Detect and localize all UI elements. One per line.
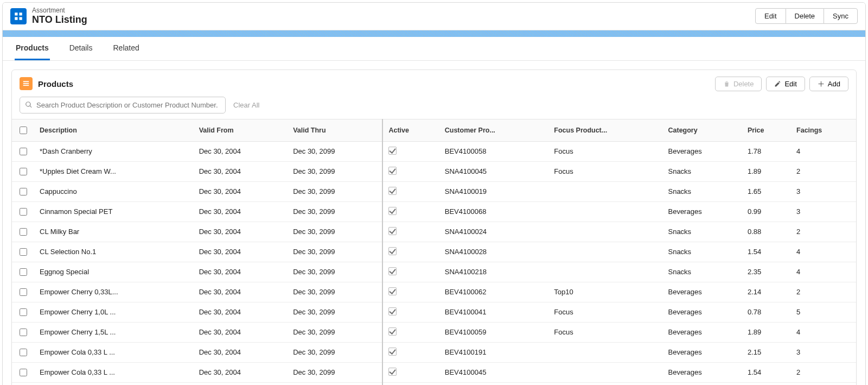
- edit-button[interactable]: Edit: [755, 8, 786, 24]
- cell-active: [382, 242, 439, 262]
- checked-icon: [388, 207, 397, 215]
- cell-customer: SNA4100019: [439, 181, 549, 201]
- tab-products[interactable]: Products: [15, 37, 50, 60]
- row-checkbox[interactable]: [20, 228, 27, 236]
- cell-valid-from: Dec 30, 2004: [194, 382, 288, 385]
- table-row[interactable]: Empower Cherry 0,33L...Dec 30, 2004Dec 3…: [12, 282, 856, 302]
- products-panel: Products Delete Edit Add: [11, 70, 857, 385]
- col-price[interactable]: Price: [742, 119, 791, 141]
- pencil-icon: [774, 80, 781, 87]
- cell-active: [382, 302, 439, 322]
- cell-price: 1.54: [742, 362, 791, 382]
- cell-valid-from: Dec 30, 2004: [194, 282, 288, 302]
- table-row[interactable]: Empower Cola 0,33 L ...Dec 30, 2004Dec 3…: [12, 362, 856, 382]
- col-focus[interactable]: Focus Product...: [548, 119, 662, 141]
- cell-focus: [548, 262, 662, 282]
- cell-valid-from: Dec 30, 2004: [194, 362, 288, 382]
- table-row[interactable]: CL Selection No.1Dec 30, 2004Dec 30, 209…: [12, 242, 856, 262]
- cell-active: [382, 222, 439, 242]
- table-row[interactable]: CL Milky BarDec 30, 2004Dec 30, 2099SNA4…: [12, 222, 856, 242]
- cell-facings: 2: [791, 382, 856, 385]
- row-checkbox[interactable]: [20, 248, 27, 256]
- row-checkbox[interactable]: [20, 308, 27, 316]
- sync-button[interactable]: Sync: [824, 8, 858, 24]
- cell-price: 1.65: [742, 181, 791, 201]
- cell-valid-from: Dec 30, 2004: [194, 322, 288, 342]
- cell-active: [382, 382, 439, 385]
- col-category[interactable]: Category: [662, 119, 742, 141]
- cell-facings: 2: [791, 282, 856, 302]
- cell-description: Cappuccino: [34, 181, 194, 201]
- cell-description: Empower Cherry 1,0L ...: [34, 302, 194, 322]
- cell-facings: 3: [791, 201, 856, 222]
- cell-focus: [548, 181, 662, 201]
- svg-rect-3: [20, 17, 22, 20]
- tab-related[interactable]: Related: [112, 37, 140, 60]
- cell-valid-thru: Dec 30, 2099: [288, 161, 382, 181]
- row-checkbox[interactable]: [20, 168, 27, 175]
- tab-details[interactable]: Details: [68, 37, 94, 60]
- select-all-checkbox[interactable]: [20, 127, 27, 134]
- table-row[interactable]: Empower Cola 0,33L C...Dec 30, 2004Dec 3…: [12, 382, 856, 385]
- cell-focus: Focus: [548, 302, 662, 322]
- table-row[interactable]: CappuccinoDec 30, 2004Dec 30, 2099SNA410…: [12, 181, 856, 201]
- cell-valid-from: Dec 30, 2004: [194, 181, 288, 201]
- row-checkbox[interactable]: [20, 188, 27, 195]
- row-checkbox[interactable]: [20, 268, 27, 276]
- cell-active: [382, 322, 439, 342]
- col-valid-thru[interactable]: Valid Thru: [288, 119, 382, 141]
- row-checkbox[interactable]: [20, 208, 27, 216]
- cell-facings: 2: [791, 161, 856, 181]
- col-customer[interactable]: Customer Pro...: [439, 119, 549, 141]
- cell-customer: SNA4100028: [439, 242, 549, 262]
- cell-category: Beverages: [662, 362, 742, 382]
- cell-description: Empower Cola 0,33 L ...: [34, 342, 194, 362]
- cell-valid-from: Dec 30, 2004: [194, 141, 288, 161]
- row-checkbox[interactable]: [20, 349, 27, 356]
- cell-valid-thru: Dec 30, 2099: [288, 362, 382, 382]
- cell-price: 2.14: [742, 282, 791, 302]
- col-facings[interactable]: Facings: [791, 119, 856, 141]
- panel-delete-button[interactable]: Delete: [715, 77, 762, 91]
- table-row[interactable]: Empower Cherry 1,0L ...Dec 30, 2004Dec 3…: [12, 302, 856, 322]
- table-row[interactable]: Cinnamon Special PETDec 30, 2004Dec 30, …: [12, 201, 856, 222]
- col-active[interactable]: Active: [382, 119, 439, 141]
- row-checkbox[interactable]: [20, 288, 27, 296]
- checked-icon: [388, 327, 397, 336]
- clear-all-link[interactable]: Clear All: [233, 101, 259, 109]
- cell-description: Empower Cherry 1,5L ...: [34, 322, 194, 342]
- col-valid-from[interactable]: Valid From: [194, 119, 288, 141]
- cell-focus: Top10: [548, 282, 662, 302]
- cell-description: Empower Cola 0,33L C...: [34, 382, 194, 385]
- cell-customer: SNA4100045: [439, 161, 549, 181]
- table-row[interactable]: *Dash CranberryDec 30, 2004Dec 30, 2099B…: [12, 141, 856, 161]
- record-header: Assortment NTO Listing Edit Delete Sync: [3, 3, 865, 30]
- cell-price: 1.89: [742, 161, 791, 181]
- row-checkbox[interactable]: [20, 329, 27, 336]
- table-row[interactable]: Empower Cherry 1,5L ...Dec 30, 2004Dec 3…: [12, 322, 856, 342]
- col-description[interactable]: Description: [34, 119, 194, 141]
- checked-icon: [388, 307, 397, 315]
- cell-description: CL Milky Bar: [34, 222, 194, 242]
- assortment-icon: [10, 8, 27, 24]
- table-row[interactable]: *Upples Diet Cream W...Dec 30, 2004Dec 3…: [12, 161, 856, 181]
- row-checkbox[interactable]: [20, 148, 27, 155]
- cell-customer: SNA4100024: [439, 222, 549, 242]
- cell-customer: BEV4100191: [439, 342, 549, 362]
- panel-add-button[interactable]: Add: [809, 77, 848, 91]
- panel-edit-button[interactable]: Edit: [766, 77, 805, 91]
- row-checkbox[interactable]: [20, 369, 27, 376]
- cell-valid-thru: Dec 30, 2099: [288, 141, 382, 161]
- delete-button[interactable]: Delete: [786, 8, 824, 24]
- cell-facings: 4: [791, 262, 856, 282]
- cell-description: *Upples Diet Cream W...: [34, 161, 194, 181]
- search-input[interactable]: [20, 97, 226, 113]
- cell-focus: [548, 242, 662, 262]
- table-row[interactable]: Eggnog SpecialDec 30, 2004Dec 30, 2099SN…: [12, 262, 856, 282]
- cell-valid-thru: Dec 30, 2099: [288, 342, 382, 362]
- cell-facings: 3: [791, 181, 856, 201]
- cell-valid-thru: Dec 30, 2099: [288, 282, 382, 302]
- cell-price: 2.15: [742, 342, 791, 362]
- table-row[interactable]: Empower Cola 0,33 L ...Dec 30, 2004Dec 3…: [12, 342, 856, 362]
- checked-icon: [388, 267, 397, 275]
